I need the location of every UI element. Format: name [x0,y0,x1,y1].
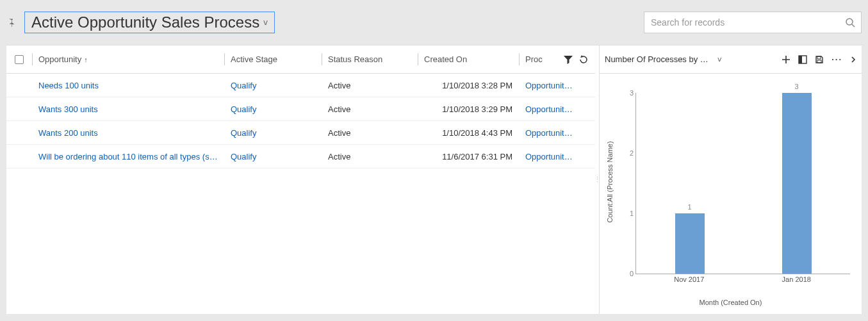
cell-active-stage[interactable]: Qualify [224,128,322,138]
cell-process[interactable]: Opportunity Sa [519,128,583,138]
chart-collapse-icon[interactable] [850,55,856,64]
cell-active-stage[interactable]: Qualify [224,104,322,114]
chart-body: Count:All (Process Name) 012313 Nov 2017… [600,74,862,314]
cell-process[interactable]: Opportunity Sa [519,81,583,90]
checkbox-icon [15,55,24,64]
search-button[interactable] [839,12,861,33]
cell-status-reason: Active [322,104,418,114]
column-header-active-stage[interactable]: Active Stage [224,45,322,73]
chart-selector[interactable]: Number Of Processes by El... ⅴ [605,54,782,64]
chart-y-tick: 2 [621,149,634,157]
search-input[interactable] [644,17,839,28]
table-row[interactable]: Needs 100 unitsQualifyActive1/10/2018 3:… [6,74,595,97]
chart-x-axis-label: Month (Created On) [600,299,862,306]
chart-bar[interactable] [675,213,705,274]
cell-opportunity[interactable]: Wants 300 units [32,104,224,114]
view-title: Active Opportunity Sales Process [31,13,259,31]
chart-y-axis-label: Count:All (Process Name) [606,141,614,222]
chart-bar-value: 3 [778,83,816,90]
cell-opportunity[interactable]: Needs 100 units [32,81,224,90]
chart-pane: Number Of Processes by El... ⅴ ··· [599,45,862,314]
chevron-down-icon: ⅴ [717,55,722,63]
column-header-opportunity[interactable]: Opportunity ↑ [32,45,224,73]
select-all-checkbox[interactable] [6,45,32,73]
cell-created-on: 11/6/2017 6:31 PM [418,152,519,161]
cell-created-on: 1/10/2018 3:29 PM [418,104,519,114]
chart-more-icon[interactable]: ··· [831,54,842,64]
chart-save-icon[interactable] [815,55,824,64]
cell-created-on: 1/10/2018 3:28 PM [418,81,519,90]
grid-header-row: Opportunity ↑ Active Stage Status Reason… [6,45,595,74]
cell-status-reason: Active [322,128,418,138]
chart-bar-value: 1 [671,203,709,211]
cell-status-reason: Active [322,81,418,90]
cell-opportunity[interactable]: Wants 200 units [32,128,224,138]
records-grid: Opportunity ↑ Active Stage Status Reason… [6,45,595,314]
column-header-created-on[interactable]: Created On [418,45,519,73]
chart-y-tick: 0 [621,270,634,277]
chart-x-tick: Nov 2017 [674,276,704,283]
cell-process[interactable]: Opportunity Sa [519,152,583,161]
column-label: Opportunity [38,54,81,64]
sort-ascending-icon: ↑ [84,56,88,63]
column-label: Proc [525,54,543,64]
svg-rect-3 [799,56,802,63]
chart-x-tick: Jan 2018 [782,276,811,283]
cell-process[interactable]: Opportunity Sa [519,104,583,114]
cell-status-reason: Active [322,152,418,161]
refresh-icon[interactable] [578,54,589,65]
chart-bar[interactable] [782,93,812,274]
table-row[interactable]: Will be ordering about 110 items of all … [6,145,595,169]
chevron-down-icon: ⅴ [263,18,268,27]
chart-y-tick: 1 [621,210,634,217]
chart-expand-icon[interactable] [798,55,807,64]
column-header-status-reason[interactable]: Status Reason [322,45,418,73]
chart-plot-area[interactable]: 012313 [635,93,850,274]
chart-new-icon[interactable] [782,55,790,64]
cell-created-on: 1/10/2018 4:43 PM [418,128,519,138]
column-label: Active Stage [231,54,277,64]
cell-active-stage[interactable]: Qualify [224,81,322,90]
column-label: Created On [424,54,467,64]
table-row[interactable]: Wants 200 unitsQualifyActive1/10/2018 4:… [6,121,595,145]
column-label: Status Reason [328,54,382,64]
view-selector[interactable]: Active Opportunity Sales Process ⅴ [24,12,275,33]
chart-title: Number Of Processes by El... [605,54,714,64]
cell-active-stage[interactable]: Qualify [224,152,322,161]
table-row[interactable]: Wants 300 unitsQualifyActive1/10/2018 3:… [6,97,595,121]
pin-icon[interactable] [6,18,19,27]
svg-line-1 [852,24,855,27]
svg-point-0 [846,19,853,25]
chart-y-tick: 3 [621,89,634,97]
cell-opportunity[interactable]: Will be ordering about 110 items of all … [32,152,224,161]
search-box[interactable] [644,12,862,33]
filter-icon[interactable] [563,54,573,65]
